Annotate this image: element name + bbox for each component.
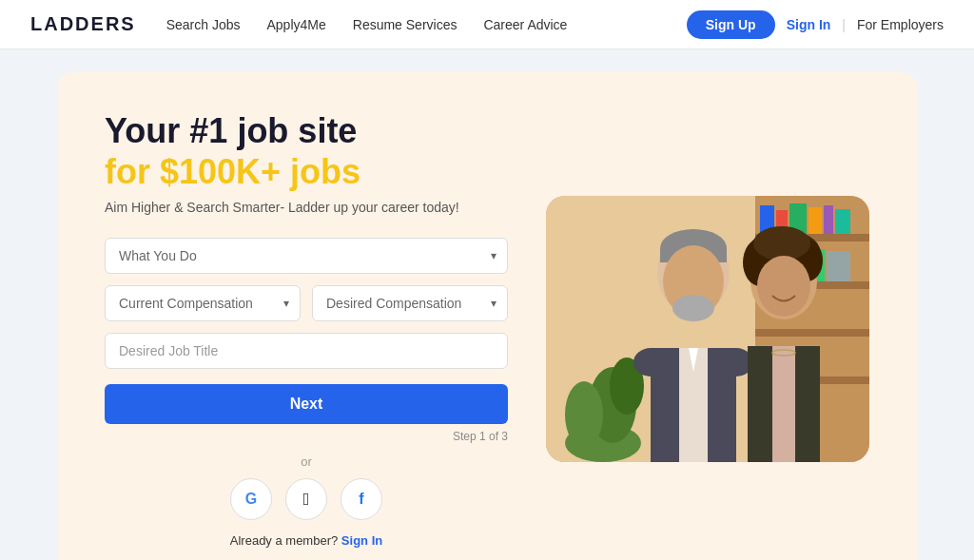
google-signin-button[interactable]: G bbox=[230, 478, 272, 520]
hero-image bbox=[546, 196, 869, 462]
svg-rect-4 bbox=[755, 329, 869, 337]
hero-title: Your #1 job site for $100K+ jobs bbox=[105, 110, 508, 192]
current-comp-wrapper: Current Compensation ▾ bbox=[105, 285, 301, 321]
nav-links: Search Jobs Apply4Me Resume Services Car… bbox=[166, 17, 687, 32]
for-employers-link[interactable]: For Employers bbox=[857, 17, 944, 32]
social-buttons: G  f bbox=[105, 478, 508, 520]
svg-rect-9 bbox=[808, 207, 822, 234]
signin-button[interactable]: Sign In bbox=[787, 17, 831, 32]
svg-rect-16 bbox=[827, 251, 850, 281]
svg-point-35 bbox=[753, 226, 810, 261]
what-you-do-wrapper: What You Do ▾ bbox=[105, 238, 508, 274]
nav-search-jobs[interactable]: Search Jobs bbox=[166, 17, 241, 32]
hero-wrapper: Your #1 job site for $100K+ jobs Aim Hig… bbox=[0, 49, 974, 560]
nav-apply4me[interactable]: Apply4Me bbox=[267, 17, 326, 32]
hero-title-line1: Your #1 job site bbox=[105, 111, 357, 150]
signup-button[interactable]: Sign Up bbox=[687, 10, 775, 39]
already-member-text: Already a member? Sign In bbox=[105, 533, 508, 548]
svg-point-29 bbox=[633, 348, 668, 377]
hero-card: Your #1 job site for $100K+ jobs Aim Hig… bbox=[57, 72, 917, 560]
step-info: Step 1 of 3 bbox=[105, 430, 508, 443]
svg-rect-11 bbox=[835, 209, 850, 234]
nav-actions: Sign Up Sign In | For Employers bbox=[687, 10, 944, 39]
nav-divider: | bbox=[842, 17, 846, 32]
what-you-do-group: What You Do ▾ bbox=[105, 238, 508, 274]
hero-illustration bbox=[546, 196, 869, 462]
nav-resume-services[interactable]: Resume Services bbox=[353, 17, 458, 32]
desired-comp-select[interactable]: Desired Compensation bbox=[312, 285, 508, 321]
facebook-icon: f bbox=[359, 491, 363, 508]
svg-point-19 bbox=[565, 381, 603, 448]
site-logo[interactable]: LADDERS bbox=[30, 13, 136, 35]
svg-rect-38 bbox=[772, 346, 795, 462]
job-title-input[interactable] bbox=[105, 333, 508, 369]
current-comp-select[interactable]: Current Compensation bbox=[105, 285, 301, 321]
google-icon: G bbox=[245, 491, 257, 508]
desired-comp-wrapper: Desired Compensation ▾ bbox=[312, 285, 508, 321]
or-divider: or bbox=[105, 454, 508, 469]
hero-subtitle: Aim Higher & Search Smarter- Ladder up y… bbox=[105, 200, 508, 215]
compensation-row: Current Compensation ▾ Desired Compensat… bbox=[105, 285, 508, 321]
hero-left: Your #1 job site for $100K+ jobs Aim Hig… bbox=[105, 110, 508, 548]
nav-career-advice[interactable]: Career Advice bbox=[483, 17, 567, 32]
svg-point-36 bbox=[757, 256, 810, 317]
apple-signin-button[interactable]:  bbox=[285, 478, 327, 520]
navbar: LADDERS Search Jobs Apply4Me Resume Serv… bbox=[0, 0, 974, 49]
svg-rect-10 bbox=[824, 205, 833, 234]
signin-link[interactable]: Sign In bbox=[341, 533, 382, 548]
hero-right bbox=[546, 196, 869, 462]
job-title-group bbox=[105, 333, 508, 369]
facebook-signin-button[interactable]: f bbox=[341, 478, 382, 520]
next-button[interactable]: Next bbox=[105, 384, 508, 424]
what-you-do-select[interactable]: What You Do bbox=[105, 238, 508, 274]
svg-point-25 bbox=[672, 295, 714, 321]
apple-icon:  bbox=[303, 490, 310, 510]
hero-title-line2: for $100K+ jobs bbox=[105, 151, 508, 192]
